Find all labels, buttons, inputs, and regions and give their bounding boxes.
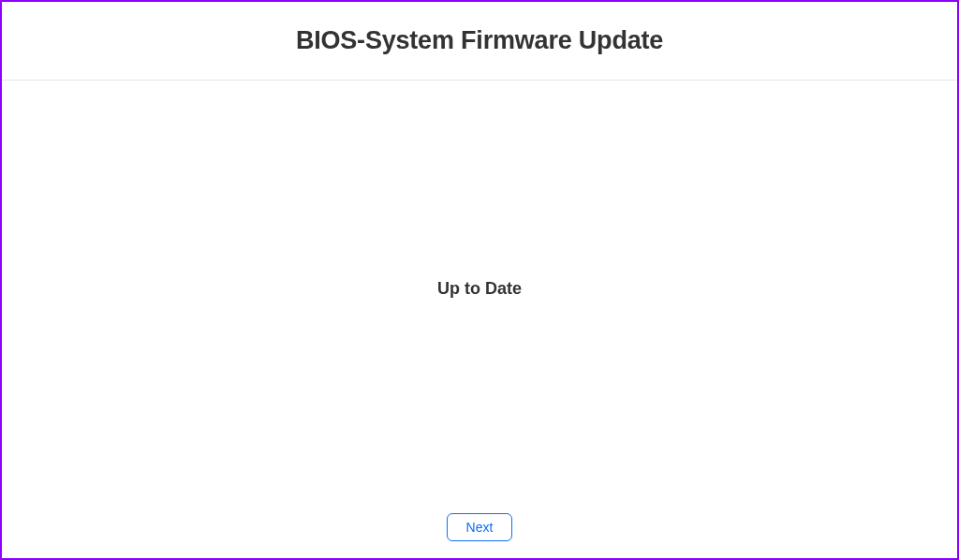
footer: Next xyxy=(2,496,957,558)
next-button[interactable]: Next xyxy=(447,513,513,541)
page-title: BIOS-System Firmware Update xyxy=(21,26,938,55)
header: BIOS-System Firmware Update xyxy=(2,2,957,81)
status-text: Up to Date xyxy=(437,279,522,299)
main-content: Up to Date xyxy=(2,81,957,496)
